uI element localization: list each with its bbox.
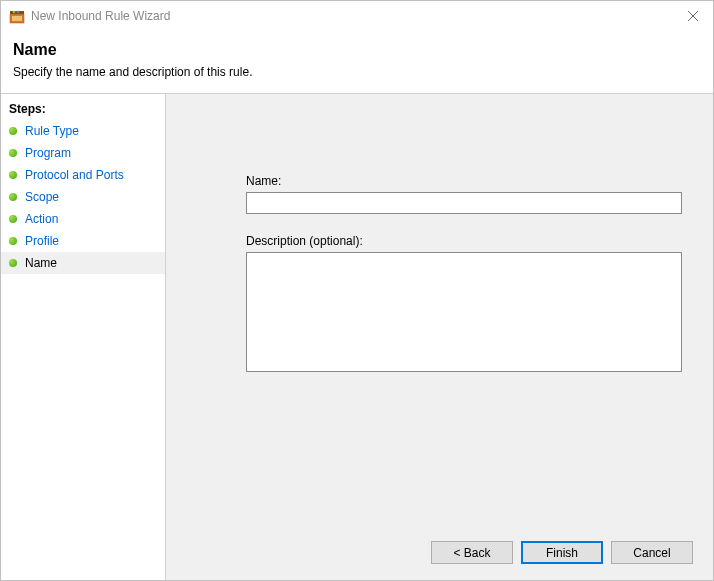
step-label: Protocol and Ports [25,168,124,182]
step-profile[interactable]: Profile [1,230,165,252]
description-input[interactable] [246,252,682,372]
page-title: Name [13,41,701,59]
bullet-icon [9,149,17,157]
page-subtitle: Specify the name and description of this… [13,65,701,79]
wizard-window: New Inbound Rule Wizard Name Specify the… [0,0,714,581]
header-area: Name Specify the name and description of… [1,31,713,94]
app-icon [9,8,25,24]
bullet-icon [9,259,17,267]
bullet-icon [9,193,17,201]
step-name[interactable]: Name [1,252,165,274]
back-button[interactable]: < Back [431,541,513,564]
svg-rect-4 [12,16,22,21]
svg-point-3 [17,11,20,14]
step-rule-type[interactable]: Rule Type [1,120,165,142]
bullet-icon [9,127,17,135]
bullet-icon [9,237,17,245]
button-bar: < Back Finish Cancel [431,541,693,564]
step-scope[interactable]: Scope [1,186,165,208]
steps-header: Steps: [1,100,165,120]
close-button[interactable] [673,1,713,31]
main-panel: Name: Description (optional): < Back Fin… [166,94,713,580]
body-area: Steps: Rule Type Program Protocol and Po… [1,94,713,580]
step-label: Name [25,256,57,270]
svg-point-2 [13,11,16,14]
finish-button[interactable]: Finish [521,541,603,564]
titlebar: New Inbound Rule Wizard [1,1,713,31]
step-protocol-and-ports[interactable]: Protocol and Ports [1,164,165,186]
cancel-button[interactable]: Cancel [611,541,693,564]
step-action[interactable]: Action [1,208,165,230]
description-label: Description (optional): [246,234,685,248]
name-input[interactable] [246,192,682,214]
step-label: Rule Type [25,124,79,138]
window-title: New Inbound Rule Wizard [31,9,673,23]
step-program[interactable]: Program [1,142,165,164]
name-label: Name: [246,174,685,188]
step-label: Action [25,212,58,226]
bullet-icon [9,215,17,223]
step-label: Scope [25,190,59,204]
step-label: Program [25,146,71,160]
steps-sidebar: Steps: Rule Type Program Protocol and Po… [1,94,166,580]
bullet-icon [9,171,17,179]
step-label: Profile [25,234,59,248]
